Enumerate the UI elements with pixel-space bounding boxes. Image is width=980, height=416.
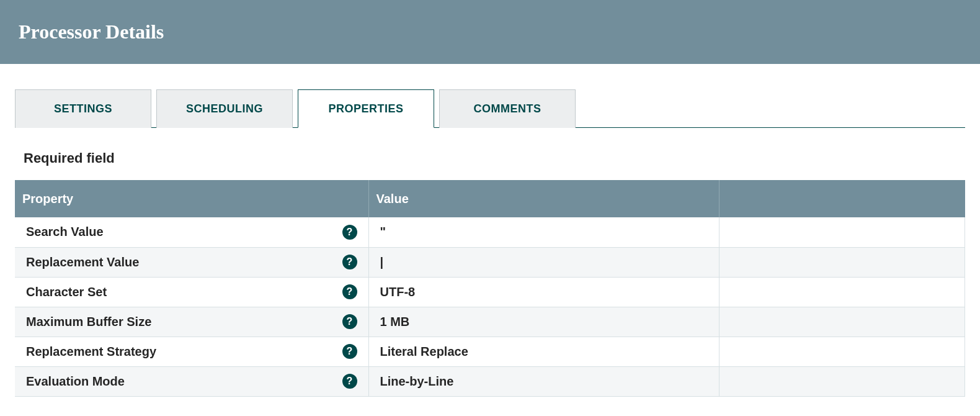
- property-name-cell: Evaluation Mode?: [15, 366, 368, 396]
- help-icon[interactable]: ?: [342, 225, 357, 240]
- tab-bar: SETTINGS SCHEDULING PROPERTIES COMMENTS: [15, 89, 965, 128]
- dialog-body: SETTINGS SCHEDULING PROPERTIES COMMENTS …: [0, 64, 980, 397]
- tab-label: SETTINGS: [54, 102, 112, 115]
- table-row[interactable]: Maximum Buffer Size?1 MB: [15, 307, 965, 337]
- property-value-cell[interactable]: Line-by-Line: [368, 366, 719, 396]
- property-value: |: [380, 255, 384, 269]
- col-header-extra: [719, 180, 965, 217]
- property-value-cell[interactable]: ": [368, 217, 719, 247]
- property-extra-cell: [719, 307, 965, 337]
- table-row[interactable]: Character Set?UTF-8: [15, 277, 965, 307]
- property-name: Replacement Value: [26, 255, 139, 269]
- col-header-value[interactable]: Value: [368, 180, 719, 217]
- tab-label: SCHEDULING: [186, 102, 263, 115]
- help-icon[interactable]: ?: [342, 374, 357, 389]
- table-row[interactable]: Search Value?": [15, 217, 965, 247]
- property-extra-cell: [719, 247, 965, 277]
- property-extra-cell: [719, 217, 965, 247]
- property-value-cell[interactable]: UTF-8: [368, 277, 719, 307]
- tab-label: PROPERTIES: [328, 102, 403, 115]
- property-value-cell[interactable]: 1 MB: [368, 307, 719, 337]
- property-name-cell: Replacement Value?: [15, 247, 368, 277]
- properties-table: Property Value Search Value?"Replacement…: [15, 180, 965, 397]
- tab-scheduling[interactable]: SCHEDULING: [156, 89, 293, 128]
- property-extra-cell: [719, 366, 965, 396]
- property-extra-cell: [719, 337, 965, 366]
- dialog-title: Processor Details: [19, 20, 164, 43]
- table-header-row: Property Value: [15, 180, 965, 217]
- help-icon[interactable]: ?: [342, 255, 357, 269]
- tab-properties[interactable]: PROPERTIES: [298, 89, 434, 128]
- property-name: Maximum Buffer Size: [26, 315, 151, 329]
- help-icon[interactable]: ?: [342, 344, 357, 359]
- property-value: ": [380, 225, 386, 238]
- property-value-cell[interactable]: Literal Replace: [368, 337, 719, 366]
- property-name-cell: Search Value?: [15, 217, 368, 247]
- property-name: Evaluation Mode: [26, 374, 125, 389]
- property-value: Literal Replace: [380, 345, 468, 358]
- property-value-cell[interactable]: |: [368, 247, 719, 277]
- table-row[interactable]: Evaluation Mode?Line-by-Line: [15, 366, 965, 396]
- table-row[interactable]: Replacement Value?|: [15, 247, 965, 277]
- property-name-cell: Replacement Strategy?: [15, 337, 368, 366]
- property-name: Character Set: [26, 285, 107, 299]
- help-icon[interactable]: ?: [342, 314, 357, 329]
- property-name-cell: Character Set?: [15, 277, 368, 307]
- property-name: Search Value: [26, 225, 104, 239]
- property-name-cell: Maximum Buffer Size?: [15, 307, 368, 337]
- table-row[interactable]: Replacement Strategy?Literal Replace: [15, 337, 965, 366]
- tab-settings[interactable]: SETTINGS: [15, 89, 151, 128]
- property-value: Line-by-Line: [380, 374, 454, 388]
- required-field-label: Required field: [24, 150, 965, 166]
- tab-comments[interactable]: COMMENTS: [439, 89, 576, 128]
- property-value: 1 MB: [380, 315, 410, 328]
- tab-label: COMMENTS: [474, 102, 541, 115]
- property-name: Replacement Strategy: [26, 345, 156, 359]
- dialog-header: Processor Details: [0, 0, 980, 64]
- property-value: UTF-8: [380, 285, 416, 299]
- property-extra-cell: [719, 277, 965, 307]
- col-header-property[interactable]: Property: [15, 180, 368, 217]
- help-icon[interactable]: ?: [342, 284, 357, 299]
